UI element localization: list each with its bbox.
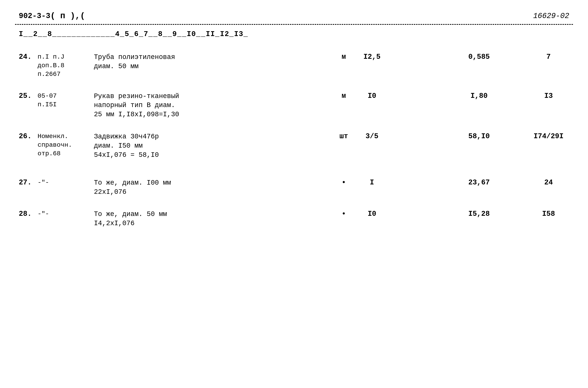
col-num-9: 9 <box>172 30 177 38</box>
row-24-num: 24. <box>19 53 38 61</box>
col-num-13: I3 <box>234 30 244 38</box>
row-28-ref-line1: -"- <box>38 210 94 218</box>
row-28-unit: • <box>333 210 355 218</box>
row-26-desc-line2: диам. I50 мм <box>94 141 329 151</box>
col-dashes-4: _ <box>120 30 125 38</box>
row-28: 28. -"- То же, диам. 50 мм I4,2xI,076 • … <box>15 206 573 232</box>
row-24-ref-line2: доп.В.8 <box>38 61 94 70</box>
row-25-ref-line1: 05-07 <box>38 92 94 100</box>
row-24-ref: п.I п.J доп.В.8 п.2667 <box>38 53 94 79</box>
row-28-ref: -"- <box>38 210 94 218</box>
row-27-desc: То же, диам. I00 мм 22xI,076 <box>94 178 333 197</box>
header-right: 16629-02 <box>533 12 569 20</box>
col-num-10: I0 <box>187 30 196 38</box>
col-num-6: 6 <box>134 30 139 38</box>
row-25-total: I3 <box>528 92 569 100</box>
row-25-ref-line2: п.I5I <box>38 100 94 109</box>
col-num-12: I2 <box>220 30 229 38</box>
row-25-desc-line3: 25 мм I,I8xI,098=I,30 <box>94 110 329 119</box>
row-25-price: I,80 <box>457 92 502 100</box>
row-27-ref: -"- <box>38 178 94 187</box>
row-25-num: 25. <box>19 92 38 100</box>
row-28-total: I58 <box>528 210 569 218</box>
col-num-2: 2 <box>33 30 38 38</box>
row-25-qty: I0 <box>355 92 389 100</box>
row-28-desc: То же, диам. 50 мм I4,2xI,076 <box>94 210 333 228</box>
row-28-qty: I0 <box>355 210 389 218</box>
column-numbers-row: I __ 2 __ 8 _____________ 4 _ 5 _ 6 _ 7 … <box>15 27 573 42</box>
col-dashes-10: __ <box>196 30 206 38</box>
header: 902-3-3 ( п ),( 16629-02 <box>15 11 573 21</box>
row-25-ref: 05-07 п.I5I <box>38 92 94 109</box>
row-24-total: 7 <box>528 53 569 61</box>
col-num-8: 8 <box>158 30 163 38</box>
row-24-unit: м <box>333 53 355 61</box>
row-26-unit: шт <box>333 132 355 140</box>
row-26-num: 26. <box>19 132 38 140</box>
row-25-desc-line2: напорный тип В диам. <box>94 101 329 110</box>
col-num-5: 5 <box>125 30 129 38</box>
row-28-desc-line2: I4,2xI,076 <box>94 219 329 228</box>
col-dashes-13: _ <box>244 30 248 38</box>
row-27-price: 23,67 <box>457 178 502 187</box>
col-num-4: 4 <box>115 30 120 38</box>
header-left: 902-3-3 <box>19 12 50 20</box>
row-26-desc: Задвижка 30ч476р диам. I50 мм 54xI,076 =… <box>94 132 333 160</box>
col-dashes-12: _ <box>229 30 234 38</box>
row-27-total: 24 <box>528 178 569 187</box>
row-24-qty: I2,5 <box>355 53 389 61</box>
row-24: 24. п.I п.J доп.В.8 п.2667 Труба полиэти… <box>15 49 573 82</box>
row-26-qty: 3/5 <box>355 132 389 140</box>
col-dashes-1: __ <box>24 30 33 38</box>
row-24-ref-line3: п.2667 <box>38 70 94 79</box>
row-26-price: 58,I0 <box>457 132 502 140</box>
col-num-1: I <box>19 30 24 38</box>
row-26-ref: Номенкл. справочн. отр.68 <box>38 132 94 158</box>
col-num-3: 8 <box>48 30 52 38</box>
row-25-desc-line1: Рукав резино-тканевый <box>94 92 329 101</box>
col-dashes-9: __ <box>177 30 187 38</box>
row-26-desc-line1: Задвижка 30ч476р <box>94 132 329 141</box>
row-24-desc-line2: диам. 50 мм <box>94 62 329 71</box>
row-24-desc-line1: Труба полиэтиленовая <box>94 53 329 62</box>
col-dashes-5: _ <box>129 30 134 38</box>
row-26-ref-line1: Номенкл. <box>38 132 94 141</box>
col-dashes-6: _ <box>139 30 144 38</box>
row-27-desc-line2: 22xI,076 <box>94 188 329 197</box>
row-27-unit: • <box>333 178 355 187</box>
row-25: 25. 05-07 п.I5I Рукав резино-тканевый на… <box>15 88 573 123</box>
row-25-desc: Рукав резино-тканевый напорный тип В диа… <box>94 92 333 119</box>
col-num-7: 7 <box>144 30 148 38</box>
row-26-ref-line3: отр.68 <box>38 149 94 158</box>
row-24-price: 0,585 <box>457 53 502 61</box>
col-dashes-7: __ <box>148 30 158 38</box>
row-27: 27. -"- То же, диам. I00 мм 22xI,076 • I… <box>15 175 573 200</box>
col-dashes-2: __ <box>38 30 48 38</box>
row-24-ref-line1: п.I п.J <box>38 53 94 61</box>
col-num-11: II <box>206 30 215 38</box>
row-26-total: I74/29I <box>528 132 569 140</box>
col-dashes-11: _ <box>215 30 220 38</box>
col-dashes-8: __ <box>163 30 172 38</box>
col-dashes-3: _____________ <box>52 30 115 38</box>
row-26-desc-line3: 54xI,076 = 58,I0 <box>94 151 329 160</box>
row-28-price: I5,28 <box>457 210 502 218</box>
row-26-ref-line2: справочн. <box>38 141 94 149</box>
row-27-desc-line1: То же, диам. I00 мм <box>94 178 329 188</box>
row-24-desc: Труба полиэтиленовая диам. 50 мм <box>94 53 333 71</box>
row-27-num: 27. <box>19 178 38 187</box>
row-27-ref-line1: -"- <box>38 178 94 187</box>
row-25-unit: м <box>333 92 355 100</box>
row-28-num: 28. <box>19 210 38 218</box>
header-center: ( п ),( <box>50 11 85 21</box>
row-26: 26. Номенкл. справочн. отр.68 Задвижка 3… <box>15 128 573 163</box>
row-27-qty: I <box>355 178 389 187</box>
row-28-desc-line1: То же, диам. 50 мм <box>94 210 329 219</box>
separator-line-top <box>15 24 573 25</box>
